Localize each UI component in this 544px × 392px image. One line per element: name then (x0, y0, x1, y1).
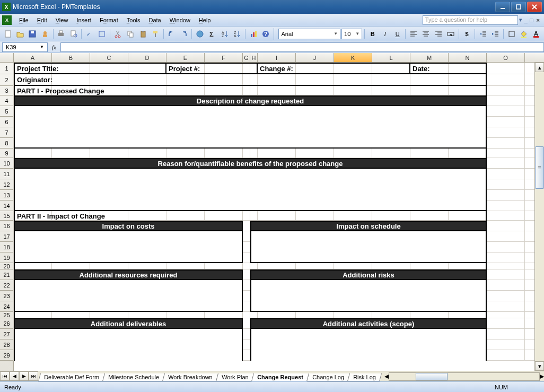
tab-first-button[interactable]: ⏮ (0, 371, 10, 381)
format-painter-button[interactable] (150, 28, 161, 40)
col-header-D[interactable]: D (128, 53, 166, 62)
cut-button[interactable] (112, 28, 124, 40)
font-color-button[interactable]: A (531, 28, 542, 40)
row-header-20[interactable]: 20 (0, 263, 13, 269)
row-header-17[interactable]: 17 (0, 231, 13, 242)
row-header-7[interactable]: 7 (0, 127, 13, 138)
currency-button[interactable]: $ (461, 28, 472, 40)
vscroll-thumb[interactable]: ≡ (535, 146, 544, 189)
spelling-button[interactable]: ✓ (84, 28, 95, 40)
row-header-18[interactable]: 18 (0, 242, 13, 252)
increase-indent-button[interactable] (490, 28, 501, 40)
chart-button[interactable] (248, 28, 259, 40)
scroll-up-button[interactable]: ▴ (535, 63, 544, 72)
col-header-G[interactable]: G (243, 53, 250, 62)
row-header-1[interactable]: 1 (0, 63, 13, 74)
save-button[interactable] (27, 28, 38, 40)
row-header-19[interactable]: 19 (0, 252, 13, 263)
vertical-scrollbar[interactable]: ▴ ≡ ▾ (534, 63, 544, 371)
maximize-button[interactable] (511, 2, 526, 12)
col-header-B[interactable]: B (52, 53, 90, 62)
menu-format[interactable]: Format (95, 16, 122, 24)
row-header-15[interactable]: 15 (0, 211, 13, 221)
scroll-down-button[interactable]: ▾ (535, 361, 544, 371)
font-size-select[interactable]: 10▼ (341, 29, 362, 39)
col-header-F[interactable]: F (205, 53, 243, 62)
menu-data[interactable]: Data (144, 16, 165, 24)
open-button[interactable] (14, 28, 25, 40)
doc-restore-button[interactable]: _ (523, 17, 529, 23)
sort-desc-button[interactable]: ZA (231, 28, 242, 40)
row-header-5[interactable]: 5 (0, 106, 13, 117)
sheet-tab-change-log[interactable]: Change Log (306, 373, 350, 381)
cells-grid[interactable]: Project Title:Project #:Change #:Date:Or… (14, 63, 534, 371)
help-search-input[interactable]: Type a question for help (423, 15, 518, 25)
copy-button[interactable] (125, 28, 136, 40)
menu-file[interactable]: File (15, 16, 33, 24)
formula-input[interactable] (60, 42, 544, 52)
minimize-button[interactable] (495, 2, 510, 12)
sheet-tab-deliverable-def-form[interactable]: Deliverable Def Form (38, 373, 105, 381)
col-header-I[interactable]: I (258, 53, 296, 62)
row-header-14[interactable]: 14 (0, 201, 13, 211)
help-button[interactable]: ? (260, 28, 271, 40)
align-right-button[interactable] (433, 28, 444, 40)
decrease-indent-button[interactable] (477, 28, 488, 40)
row-header-2[interactable]: 2 (0, 74, 13, 86)
col-header-A[interactable]: A (14, 53, 52, 62)
sheet-tab-work-plan[interactable]: Work Plan (215, 373, 254, 381)
row-header-29[interactable]: 29 (0, 350, 13, 361)
print-button[interactable] (56, 28, 67, 40)
menu-view[interactable]: View (51, 16, 73, 24)
sheet-tab-risk-log[interactable]: Risk Log (347, 373, 382, 381)
row-header-24[interactable]: 24 (0, 301, 13, 312)
new-button[interactable] (2, 28, 13, 40)
row-header-26[interactable]: 26 (0, 318, 13, 329)
col-header-E[interactable]: E (166, 53, 205, 62)
row-header-21[interactable]: 21 (0, 269, 13, 280)
row-header-6[interactable]: 6 (0, 117, 13, 127)
row-header-27[interactable]: 27 (0, 329, 13, 339)
hscroll-left-button[interactable]: ◀ (384, 373, 389, 380)
horizontal-scrollbar[interactable]: ◀ ▶ (384, 371, 544, 381)
fx-icon[interactable]: fx (52, 44, 56, 50)
col-header-H[interactable]: H (250, 53, 258, 62)
hscroll-thumb[interactable] (416, 373, 448, 380)
menu-help[interactable]: Help (195, 16, 215, 24)
undo-button[interactable] (166, 28, 177, 40)
doc-close-button[interactable]: × (534, 17, 542, 23)
hscroll-right-button[interactable]: ▶ (540, 373, 544, 380)
name-box[interactable]: K39▼ (2, 42, 48, 52)
row-header-12[interactable]: 12 (0, 179, 13, 190)
font-name-select[interactable]: Arial▼ (278, 29, 340, 39)
row-header-23[interactable]: 23 (0, 291, 13, 301)
sheet-tab-change-request[interactable]: Change Request (251, 373, 309, 381)
row-header-25[interactable]: 25 (0, 312, 13, 318)
doc-maximize-button[interactable]: □ (529, 17, 534, 23)
col-header-M[interactable]: M (410, 53, 449, 62)
menu-tools[interactable]: Tools (122, 16, 145, 24)
col-header-N[interactable]: N (449, 53, 487, 62)
row-header-28[interactable]: 28 (0, 339, 13, 350)
research-button[interactable] (96, 28, 108, 40)
row-header-11[interactable]: 11 (0, 169, 13, 179)
col-header-J[interactable]: J (296, 53, 334, 62)
row-header-13[interactable]: 13 (0, 190, 13, 201)
tab-next-button[interactable]: ▶ (19, 371, 29, 381)
col-header-K[interactable]: K (334, 53, 372, 62)
tab-last-button[interactable]: ⏭ (29, 371, 38, 381)
doc-minimize-button[interactable]: ▾ (518, 16, 523, 23)
col-header-L[interactable]: L (372, 53, 410, 62)
menu-edit[interactable]: Edit (33, 16, 51, 24)
sort-asc-button[interactable]: AZ (219, 28, 230, 40)
select-all-corner[interactable] (0, 53, 14, 62)
row-header-22[interactable]: 22 (0, 280, 13, 291)
align-center-button[interactable] (420, 28, 432, 40)
redo-button[interactable] (178, 28, 189, 40)
menu-insert[interactable]: Insert (72, 16, 95, 24)
underline-button[interactable]: U (392, 28, 403, 40)
row-header-4[interactable]: 4 (0, 95, 13, 106)
align-left-button[interactable] (408, 28, 419, 40)
fill-color-button[interactable] (518, 28, 529, 40)
tab-prev-button[interactable]: ◀ (10, 371, 19, 381)
